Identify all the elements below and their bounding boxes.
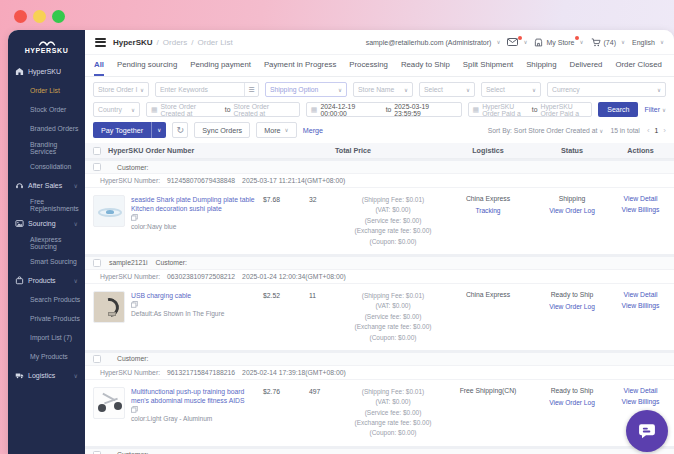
tab-split-shipment[interactable]: Split Shipment <box>463 60 513 76</box>
view-detail-link[interactable]: View Detail <box>615 195 666 202</box>
store-name-select[interactable]: Store Name <box>353 82 413 97</box>
sidebar-item-private-products[interactable]: Private Products <box>8 309 85 328</box>
chevron-down-icon <box>530 86 536 93</box>
tab-pending-payment[interactable]: Pending payment <box>190 60 251 76</box>
sidebar-item-after-sales[interactable]: After Sales ∨ <box>8 176 85 195</box>
breadcrumb-app[interactable]: HyperSKU <box>113 38 153 47</box>
product-title-link[interactable]: USB charging cable <box>131 291 259 300</box>
view-order-log-link[interactable]: View Order Log <box>533 399 611 406</box>
tab-ready-to-ship[interactable]: Ready to Ship <box>401 60 450 76</box>
view-billings-link[interactable]: View Billings <box>615 206 666 213</box>
prev-page-icon[interactable]: ‹ <box>647 126 650 135</box>
column-actions: Actions <box>615 146 666 155</box>
country-select[interactable]: Country <box>93 102 140 117</box>
sidebar-item-import-list[interactable]: Import List (7) <box>8 328 85 347</box>
chat-widget-button[interactable] <box>626 410 668 452</box>
tab-shipping[interactable]: Shipping <box>526 60 556 76</box>
sidebar-item-my-products[interactable]: My Products <box>8 347 85 366</box>
sidebar-item-stock-order[interactable]: Stock Order <box>8 100 85 119</box>
sidebar-item-search-products[interactable]: Search Products <box>8 290 85 309</box>
sidebar-item-free-replenishments[interactable]: Free Replenishments <box>8 195 85 214</box>
sidebar-item-label: Sourcing <box>28 220 56 227</box>
more-button[interactable]: More <box>256 122 296 138</box>
select-filter-b[interactable]: Select <box>481 82 541 97</box>
account-menu[interactable]: sample@retailerhub.com (Administrator) <box>366 39 501 46</box>
sort-by-select[interactable]: Sort By: Sort Store Order Created at <box>488 127 604 134</box>
next-page-icon[interactable]: › <box>663 126 666 135</box>
logo-icon <box>38 38 56 46</box>
app-window: HYPERSKU HyperSKU Order List Stock Order… <box>8 30 674 454</box>
product-variant: Default:As Shown In The Figure <box>131 310 259 317</box>
sidebar-item-sourcing[interactable]: Sourcing ∨ <box>8 214 85 233</box>
view-order-log-link[interactable]: View Order Log <box>533 303 611 310</box>
sidebar-item-consolidation[interactable]: Consolidation <box>8 157 85 176</box>
copy-icon[interactable] <box>131 214 138 222</box>
tab-pending-sourcing[interactable]: Pending sourcing <box>117 60 177 76</box>
messages-menu[interactable] <box>507 38 527 46</box>
select-filter-a[interactable]: Select <box>419 82 475 97</box>
tab-all[interactable]: All <box>94 60 104 76</box>
product-title-link[interactable]: Multifunctional push-up training board m… <box>131 387 259 405</box>
tab-processing[interactable]: Processing <box>349 60 388 76</box>
order-created-at: 2025-02-14 17:39:18(GMT+08:00) <box>242 369 346 376</box>
sidebar-item-branding-services[interactable]: Branding Services <box>8 138 85 157</box>
list-icon[interactable]: ☰ <box>244 83 258 96</box>
order-number-label: HyperSKU Number: <box>100 177 160 184</box>
sidebar-item-branded-orders[interactable]: Branded Orders <box>8 119 85 138</box>
keywords-input[interactable] <box>156 86 244 93</box>
order-head: Customer: <box>85 353 674 366</box>
tab-delivered[interactable]: Delivered <box>570 60 603 76</box>
chevron-down-icon: ∨ <box>74 220 78 227</box>
zoom-window-icon[interactable] <box>52 10 65 23</box>
order-paid-range[interactable]: ▦ HyperSKU Order Paid a to HyperSKU Orde… <box>468 102 593 117</box>
store-order-id-select[interactable]: Store Order I <box>93 82 149 97</box>
order-checkbox[interactable] <box>93 259 101 267</box>
shipping-option-select[interactable]: Shipping Option <box>265 82 347 97</box>
view-detail-link[interactable]: View Detail <box>615 291 666 298</box>
cart-menu[interactable]: (74) <box>591 38 625 47</box>
merge-link[interactable]: Merge <box>303 126 323 135</box>
view-billings-link[interactable]: View Billings <box>615 302 666 309</box>
select-all-checkbox[interactable] <box>93 147 101 155</box>
chevron-down-icon <box>655 86 661 93</box>
sync-orders-button[interactable]: Sync Orders <box>194 122 250 138</box>
search-button[interactable]: Search <box>598 102 638 117</box>
product-title-link[interactable]: seaside Shark plate Dumpling plate table… <box>131 195 259 213</box>
language-menu[interactable]: English <box>632 39 664 46</box>
sidebar-item-aliexpress-sourcing[interactable]: Aliexpress Sourcing <box>8 233 85 252</box>
menu-toggle-icon[interactable] <box>95 38 106 47</box>
tracking-link[interactable]: Tracking <box>447 207 529 214</box>
sidebar-item-logistics[interactable]: Logistics ∨ <box>8 366 85 385</box>
view-detail-link[interactable]: View Detail <box>615 387 666 394</box>
my-store-menu[interactable]: My Store <box>534 38 583 47</box>
currency-select[interactable]: Currency <box>547 82 666 97</box>
order-created-at: 2025-01-24 12:00:34(GMT+08:00) <box>242 273 346 280</box>
copy-icon[interactable] <box>131 301 138 309</box>
order-number-row: HyperSKU Number: 063023810972508212 2025… <box>85 270 674 284</box>
tab-payment-in-progress[interactable]: Payment in Progress <box>264 60 336 76</box>
fee-line: (VAT: $0.00) <box>343 205 443 215</box>
breadcrumb-order-list[interactable]: Order List <box>198 38 233 47</box>
store-order-created-range[interactable]: ▦ Store Order Created at to Store Order … <box>146 102 300 117</box>
view-billings-link[interactable]: View Billings <box>615 398 666 405</box>
pay-together-button[interactable]: Pay Together ∨ <box>93 122 166 138</box>
chevron-down-icon[interactable]: ∨ <box>151 122 166 138</box>
refresh-button[interactable]: ↻ <box>172 122 188 138</box>
order-checkbox[interactable] <box>93 163 101 171</box>
date-range-picker[interactable]: ▦ 2024-12-19 00:00:00 to 2025-03-19 23:5… <box>306 102 462 117</box>
copy-icon[interactable] <box>131 406 138 414</box>
breadcrumb-orders[interactable]: Orders <box>163 38 187 47</box>
sidebar-item-smart-sourcing[interactable]: Smart Sourcing <box>8 252 85 271</box>
sidebar-item-order-list[interactable]: Order List <box>8 81 85 100</box>
minimize-window-icon[interactable] <box>33 10 46 23</box>
view-order-log-link[interactable]: View Order Log <box>533 207 611 214</box>
order-checkbox[interactable] <box>93 355 101 363</box>
sidebar-item-products[interactable]: Products ∨ <box>8 271 85 290</box>
filter-toggle-link[interactable]: Filter <box>644 106 666 113</box>
sidebar-item-hypersku[interactable]: HyperSKU <box>8 62 85 81</box>
order-card: Customer: HyperSKU Number: 9613217158471… <box>85 353 674 446</box>
current-page[interactable]: 1 <box>655 127 659 134</box>
order-card: Customer: HyperSKU Number: 9689643178601… <box>85 449 674 454</box>
tab-order-closed[interactable]: Order Closed <box>615 60 661 76</box>
close-window-icon[interactable] <box>14 10 27 23</box>
